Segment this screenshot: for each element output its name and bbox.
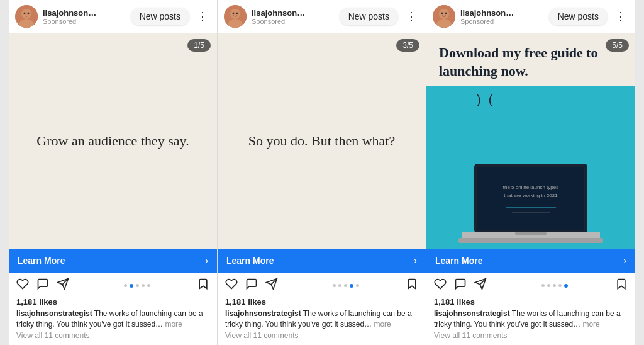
slide-dots bbox=[286, 284, 406, 288]
laptop-image: the 5 online launch types that are worki… bbox=[455, 161, 606, 249]
dot-3 bbox=[344, 284, 347, 287]
post-image: 5/5Download my free guide to launching n… bbox=[426, 33, 635, 249]
chevron-right-icon: › bbox=[623, 255, 626, 266]
sponsored-label: Sponsored bbox=[460, 18, 544, 25]
post-image: 3/5So you do. But then what? bbox=[218, 33, 426, 249]
post-actions bbox=[9, 273, 217, 296]
dot-3 bbox=[553, 284, 556, 287]
comment-icon[interactable] bbox=[245, 278, 258, 293]
svg-point-1 bbox=[21, 9, 31, 19]
likes-count: 1,181 likes bbox=[225, 297, 418, 307]
post-actions bbox=[218, 273, 426, 296]
learn-more-button[interactable]: Learn More› bbox=[218, 249, 426, 273]
svg-point-4 bbox=[28, 13, 30, 14]
svg-rect-28 bbox=[515, 232, 547, 235]
dot-4 bbox=[142, 284, 145, 287]
learn-more-button[interactable]: Learn More› bbox=[9, 249, 217, 273]
svg-point-3 bbox=[24, 13, 26, 14]
new-posts-badge[interactable]: New posts bbox=[340, 8, 398, 25]
view-comments[interactable]: View all 11 comments bbox=[434, 331, 628, 340]
view-comments[interactable]: View all 11 comments bbox=[16, 331, 209, 340]
avatar bbox=[15, 5, 38, 28]
svg-point-10 bbox=[233, 13, 235, 14]
avatar bbox=[433, 5, 455, 28]
chevron-right-icon: › bbox=[205, 255, 208, 266]
post-header: lisajohnson…SponsoredNew posts⋮ bbox=[426, 0, 635, 33]
svg-point-18 bbox=[445, 13, 447, 14]
learn-more-label: Learn More bbox=[226, 256, 274, 266]
dot-1 bbox=[541, 284, 545, 287]
post-text: So you do. But then what? bbox=[230, 119, 414, 163]
chevron-right-icon: › bbox=[414, 255, 417, 266]
new-posts-badge[interactable]: New posts bbox=[131, 8, 189, 25]
slide-counter: 3/5 bbox=[396, 39, 419, 52]
post-header: lisajohnson…SponsoredNew posts⋮ bbox=[218, 0, 426, 33]
more-icon[interactable]: ⋮ bbox=[403, 9, 419, 23]
dot-3 bbox=[136, 284, 139, 287]
svg-point-19 bbox=[426, 86, 635, 167]
dot-5 bbox=[356, 284, 359, 287]
learn-more-button[interactable]: Learn More› bbox=[426, 249, 635, 273]
username[interactable]: lisajohnson… bbox=[43, 8, 126, 18]
username[interactable]: lisajohnson… bbox=[460, 8, 544, 18]
svg-point-17 bbox=[441, 13, 443, 14]
bookmark-icon[interactable] bbox=[197, 278, 209, 293]
teal-content: Download my free guide to launching now.… bbox=[426, 33, 635, 249]
post-image: 1/5Grow an audience they say. bbox=[9, 33, 217, 249]
dot-1 bbox=[333, 284, 336, 287]
username[interactable]: lisajohnson… bbox=[252, 8, 335, 18]
caption-handle[interactable]: lisajohnsonstrategist bbox=[16, 309, 92, 318]
caption-more[interactable]: more bbox=[372, 320, 391, 329]
post-actions bbox=[426, 273, 635, 296]
dot-4 bbox=[558, 284, 562, 287]
post-card-1: lisajohnson…SponsoredNew posts⋮1/5Grow a… bbox=[9, 0, 218, 345]
view-comments[interactable]: View all 11 comments bbox=[225, 331, 418, 340]
comment-icon[interactable] bbox=[36, 278, 49, 293]
new-posts-badge[interactable]: New posts bbox=[549, 8, 608, 25]
likes-count: 1,181 likes bbox=[16, 297, 209, 307]
header-info: lisajohnson…Sponsored bbox=[43, 8, 126, 25]
dot-2 bbox=[338, 284, 341, 287]
post-text: Grow an audience they say. bbox=[18, 119, 208, 163]
svg-point-15 bbox=[439, 9, 449, 19]
post-info: 1,181 likeslisajohnsonstrategist The wor… bbox=[218, 296, 426, 345]
svg-point-8 bbox=[230, 9, 240, 19]
svg-text:the 5 online launch types: the 5 online launch types bbox=[503, 184, 559, 190]
posts-container: lisajohnson…SponsoredNew posts⋮1/5Grow a… bbox=[0, 0, 644, 345]
dot-5 bbox=[147, 284, 150, 287]
caption-more[interactable]: more bbox=[163, 320, 182, 329]
caption-more[interactable]: more bbox=[580, 320, 600, 329]
share-icon[interactable] bbox=[474, 278, 487, 293]
post-info: 1,181 likeslisajohnsonstrategist The wor… bbox=[426, 296, 635, 345]
heart-icon[interactable] bbox=[434, 278, 447, 293]
bookmark-icon[interactable] bbox=[615, 278, 628, 293]
more-icon[interactable]: ⋮ bbox=[613, 9, 629, 23]
post-header: lisajohnson…SponsoredNew posts⋮ bbox=[9, 0, 217, 33]
header-info: lisajohnson…Sponsored bbox=[252, 8, 335, 25]
post-card-2: lisajohnson…SponsoredNew posts⋮3/5So you… bbox=[218, 0, 426, 345]
heart-icon[interactable] bbox=[225, 278, 238, 293]
heart-icon[interactable] bbox=[16, 278, 29, 293]
svg-text:that are working in 2021: that are working in 2021 bbox=[504, 193, 558, 198]
share-icon[interactable] bbox=[265, 278, 278, 293]
header-info: lisajohnson…Sponsored bbox=[460, 8, 544, 25]
download-title: Download my free guide to launching now. bbox=[426, 33, 635, 86]
dot-5 bbox=[564, 284, 568, 288]
post-info: 1,181 likeslisajohnsonstrategist The wor… bbox=[9, 296, 217, 345]
dot-2 bbox=[547, 284, 550, 287]
caption: lisajohnsonstrategist The works of launc… bbox=[434, 308, 628, 330]
comment-icon[interactable] bbox=[454, 278, 467, 293]
avatar bbox=[224, 5, 247, 28]
likes-count: 1,181 likes bbox=[434, 297, 628, 307]
caption-handle[interactable]: lisajohnsonstrategist bbox=[434, 309, 510, 318]
share-icon[interactable] bbox=[57, 278, 69, 293]
more-icon[interactable]: ⋮ bbox=[194, 9, 211, 23]
slide-counter: 1/5 bbox=[187, 39, 211, 52]
sponsored-label: Sponsored bbox=[43, 18, 126, 25]
post-card-3: lisajohnson…SponsoredNew posts⋮5/5Downlo… bbox=[426, 0, 635, 345]
slide-dots bbox=[494, 284, 615, 288]
caption-handle[interactable]: lisajohnsonstrategist bbox=[225, 309, 301, 318]
slide-dots bbox=[77, 284, 197, 288]
caption: lisajohnsonstrategist The works of launc… bbox=[16, 308, 209, 330]
bookmark-icon[interactable] bbox=[406, 278, 418, 293]
